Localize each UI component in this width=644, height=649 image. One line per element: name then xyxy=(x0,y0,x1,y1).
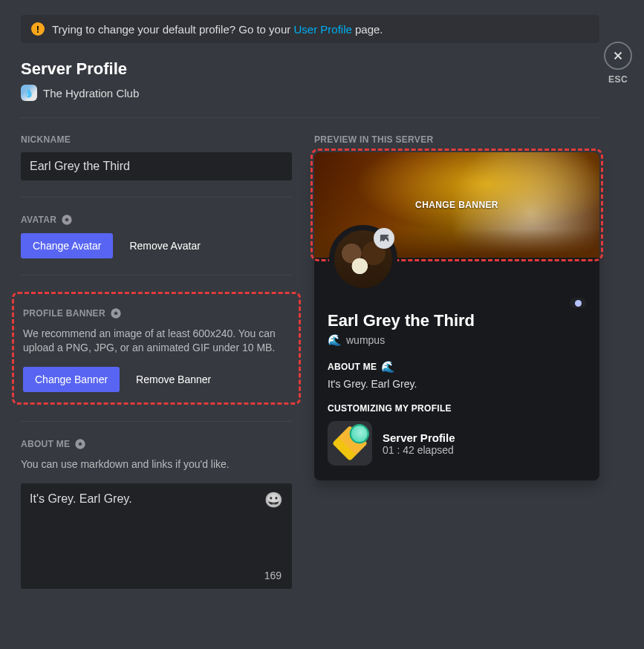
wave-icon: 🌊 xyxy=(381,360,395,374)
divider xyxy=(21,275,292,275)
about-me-textarea[interactable] xyxy=(30,492,283,559)
emoji-picker-button[interactable]: 😀 xyxy=(264,491,283,509)
divider xyxy=(21,421,292,422)
about-me-label: ABOUT ME xyxy=(21,438,292,450)
nickname-label: NICKNAME xyxy=(21,134,292,145)
preview-label: PREVIEW IN THIS SERVER xyxy=(314,134,599,145)
about-me-field-wrap: 😀 169 xyxy=(21,483,292,589)
profile-banner-section-highlight: PROFILE BANNER We recommend an image of … xyxy=(12,292,301,405)
info-banner: ! Trying to change your default profile?… xyxy=(21,15,599,43)
remove-banner-button[interactable]: Remove Banner xyxy=(130,367,217,392)
preview-about-label: ABOUT ME 🌊 xyxy=(328,360,586,374)
avatar-label: AVATAR xyxy=(21,214,292,226)
preview-avatar-wrap xyxy=(329,225,397,293)
info-text: Trying to change your default profile? G… xyxy=(52,23,383,36)
server-name: The Hydration Club xyxy=(43,87,139,100)
remove-avatar-button[interactable]: Remove Avatar xyxy=(123,233,206,258)
info-text-before: Trying to change your default profile? G… xyxy=(52,23,293,36)
user-profile-link[interactable]: User Profile xyxy=(293,23,351,36)
esc-label: ESC xyxy=(608,74,628,85)
avatar-label-text: AVATAR xyxy=(21,215,56,225)
page-title: Server Profile xyxy=(21,59,599,79)
preview-customizing-label: CUSTOMIZING MY PROFILE xyxy=(328,403,586,414)
wave-icon: 🌊 xyxy=(328,333,342,347)
change-banner-overlay[interactable]: CHANGE BANNER xyxy=(415,200,498,210)
divider xyxy=(21,197,292,198)
preview-username-row: 🌊 wumpus xyxy=(328,333,586,347)
profile-banner-label: PROFILE BANNER xyxy=(23,307,290,319)
profile-banner-help: We recommend an image of at least 600x24… xyxy=(23,327,290,355)
activity-icon xyxy=(328,421,372,466)
preview-about-label-text: ABOUT ME xyxy=(328,362,377,372)
activity-title: Server Profile xyxy=(383,431,455,444)
warning-icon: ! xyxy=(31,22,45,36)
about-me-label-text: ABOUT ME xyxy=(21,439,70,449)
server-row: 💧 The Hydration Club xyxy=(21,85,599,101)
about-me-help: You can use markdown and links if you'd … xyxy=(21,457,292,472)
badge-row xyxy=(328,298,586,308)
image-upload-icon xyxy=(379,233,390,244)
preview-username: wumpus xyxy=(346,334,385,346)
profile-banner-label-text: PROFILE BANNER xyxy=(23,308,105,319)
divider xyxy=(21,117,599,118)
profile-preview-card: CHANGE BANNER Earl Grey the Third 🌊 xyxy=(314,152,599,480)
char-count: 169 xyxy=(264,570,282,581)
info-text-after: page. xyxy=(352,23,383,36)
change-banner-button[interactable]: Change Banner xyxy=(23,367,120,392)
nitro-icon xyxy=(74,438,86,450)
esc-control: ESC xyxy=(604,42,632,85)
activity-elapsed: 01 : 42 elapsed xyxy=(383,444,455,456)
preview-display-name: Earl Grey the Third xyxy=(328,311,586,330)
change-avatar-button[interactable]: Change Avatar xyxy=(21,233,113,258)
activity-row: Server Profile 01 : 42 elapsed xyxy=(328,421,586,466)
nickname-input[interactable] xyxy=(21,152,292,180)
nitro-icon xyxy=(61,214,73,226)
preview-about-text: It's Grey. Earl Grey. xyxy=(328,378,586,390)
avatar-upload-button[interactable] xyxy=(374,228,394,249)
nitro-badge xyxy=(570,298,586,308)
nitro-icon xyxy=(110,307,122,319)
server-icon: 💧 xyxy=(21,85,37,101)
pencil-icon xyxy=(332,425,368,461)
close-button[interactable] xyxy=(604,42,632,70)
close-icon xyxy=(611,49,625,62)
